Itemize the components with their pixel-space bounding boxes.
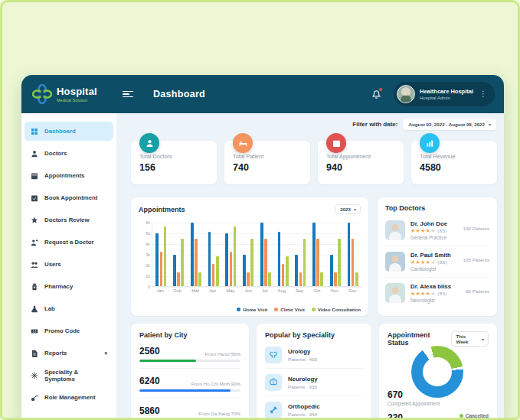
x-tick-label: Jun xyxy=(245,288,252,293)
sidebar-item-pharmacy[interactable]: Pharmacy xyxy=(25,277,113,296)
city-patient-value: 2560 xyxy=(139,346,160,357)
bar xyxy=(320,272,323,286)
user-menu-dots-icon[interactable]: ⋮ xyxy=(478,90,489,98)
top-doctors-title: Top Doctors xyxy=(385,204,489,212)
chart-icon xyxy=(426,139,434,148)
bar xyxy=(195,239,198,286)
appointments-panel: Appointments 2023 ▾ 01k2k3k4k5k6k JanFeb… xyxy=(131,197,368,316)
speciality-patient-count: Patients : 340 xyxy=(288,412,320,417)
bone-icon xyxy=(269,405,278,415)
sidebar-item-promo-code[interactable]: Promo Code xyxy=(25,321,113,340)
year-select-value: 2023 xyxy=(340,207,351,212)
sidebar-item-label: Reports xyxy=(44,350,67,357)
chart-x-labels: JanFebMarAprMayJunJulAugSepOctNovDec xyxy=(152,288,361,293)
bar-group-dec xyxy=(348,223,358,286)
chevron-down-icon: ▾ xyxy=(354,207,356,212)
bar xyxy=(225,233,228,286)
bar xyxy=(260,223,263,286)
sidebar-item-reports[interactable]: Reports▾ xyxy=(25,343,113,363)
page-title: Dashboard xyxy=(153,89,205,99)
patient-by-city-panel: Patient by City 2560 From Hanoi 56% 6240… xyxy=(131,324,249,420)
speciality-row-neurology[interactable]: Neurology Patients : 930 xyxy=(265,368,363,396)
bar xyxy=(355,272,358,286)
x-tick-label: Mar xyxy=(191,288,199,293)
x-tick-label: Aug xyxy=(278,288,286,293)
year-select[interactable]: 2023 ▾ xyxy=(335,204,361,214)
doctor-row[interactable]: Dr. Alexa bliss ★★★★★ (85) Neurologist 8… xyxy=(385,277,489,308)
sidebar-item-role-management[interactable]: Role Management xyxy=(25,388,113,407)
legend-item: Home Visit xyxy=(237,307,267,312)
chevron-down-icon: ▾ xyxy=(489,122,491,127)
sidebar-item-label: Lab xyxy=(44,305,55,312)
bar-group-feb xyxy=(173,223,184,286)
sidebar-item-dashboard[interactable]: Dashboard xyxy=(25,122,113,141)
doctor-row[interactable]: Dr. John Doe ★★★★★ (85) General Practice… xyxy=(385,215,489,246)
date-range-select[interactable]: August 02, 2022 - August 08, 2022 ▾ xyxy=(403,119,496,130)
sidebar-item-label: Pharmacy xyxy=(44,283,73,290)
period-select-value: This Week xyxy=(456,334,479,344)
star-icon xyxy=(31,217,38,224)
user-role: Hospital Admin xyxy=(420,96,473,100)
speciality-patient-count: Patients : 930 xyxy=(288,384,318,389)
speciality-icon-tile xyxy=(265,347,282,363)
notification-dot xyxy=(379,88,382,91)
city-row: 5860 From Da Nang 70% xyxy=(139,405,240,420)
bar xyxy=(348,223,351,286)
bar xyxy=(334,272,337,286)
bar xyxy=(295,255,298,286)
city-patient-value: 5860 xyxy=(139,405,160,416)
menu-toggle-icon[interactable] xyxy=(123,91,133,98)
bar xyxy=(299,272,303,286)
bar-group-jun xyxy=(243,223,253,286)
appointment-status-title: Appointment Status xyxy=(388,331,451,347)
sidebar-item-label: Doctors Review xyxy=(44,217,90,223)
bar xyxy=(208,232,211,286)
bar-group-nov xyxy=(330,223,341,286)
doctor-row[interactable]: Dr. Paul Smith ★★★★★ (85) Cardiologist 1… xyxy=(385,246,489,277)
sidebar-item-label: Book Appointment xyxy=(44,194,97,201)
sidebar-item-appointments[interactable]: Appointments xyxy=(25,166,113,185)
sidebar-item-speciality-symptoms[interactable]: Speciality & Symptoms xyxy=(25,366,113,385)
stat-label: Total Doctors xyxy=(139,153,217,160)
doctor-avatar xyxy=(385,220,405,240)
sidebar-item-users[interactable]: Users xyxy=(25,255,113,274)
speciality-row-orthopedic[interactable]: Orthopedic Patients : 340 xyxy=(265,396,363,420)
bar xyxy=(216,256,219,286)
doctor-patient-count: 85 Patients xyxy=(466,288,489,294)
bar xyxy=(160,252,163,286)
sidebar: DashboardDoctorsAppointmentsBook Appoint… xyxy=(21,113,117,420)
page-background: Hospital Medical Solution Dashboard xyxy=(0,0,520,420)
sidebar-item-book-appointment[interactable]: Book Appointment xyxy=(25,188,113,207)
x-tick-label: Apr xyxy=(209,288,216,293)
ticket-icon xyxy=(31,327,38,335)
bar xyxy=(268,272,271,286)
speciality-name: Urology xyxy=(288,348,317,355)
sidebar-item-doctors-review[interactable]: Doctors Review xyxy=(25,210,113,230)
sidebar-item-request-a-doctor[interactable]: Request a Doctor xyxy=(25,233,113,252)
sidebar-item-doctors[interactable]: Doctors xyxy=(25,144,113,163)
city-progress-track xyxy=(139,389,240,392)
completed-label: Completed Appointment xyxy=(388,401,440,406)
doctor-rating: ★★★★★ (85) xyxy=(410,291,460,297)
stat-icon-circle xyxy=(420,133,440,153)
bar xyxy=(338,239,341,286)
calendar-check-icon xyxy=(31,194,38,202)
speciality-row-urology[interactable]: Urology Patients : 400 xyxy=(265,341,363,368)
person-plus-icon xyxy=(31,239,38,246)
period-select[interactable]: This Week ▾ xyxy=(451,331,489,347)
brain-icon xyxy=(269,378,278,387)
brand-subtitle: Medical Solution xyxy=(57,98,97,103)
date-range-value: August 02, 2022 - August 08, 2022 xyxy=(408,122,485,127)
bar xyxy=(234,226,237,286)
x-tick-label: May xyxy=(226,288,234,293)
y-tick-label: 5k xyxy=(146,231,150,236)
kidney-icon xyxy=(269,350,278,360)
user-menu[interactable]: Healthcare Hospital Hospital Admin ⋮ xyxy=(394,82,495,106)
sidebar-item-lab[interactable]: Lab xyxy=(25,299,113,318)
city-row: 6240 From Ho Chi Minh 90% xyxy=(139,376,240,392)
sparkle-icon xyxy=(31,372,38,379)
x-tick-label: Nov xyxy=(331,288,338,293)
notifications-bell-icon[interactable] xyxy=(371,88,383,100)
stat-card-total-patient: Total Patient 740 xyxy=(224,141,310,184)
popular-by-speciality-title: Popular by Speciality xyxy=(265,331,363,339)
